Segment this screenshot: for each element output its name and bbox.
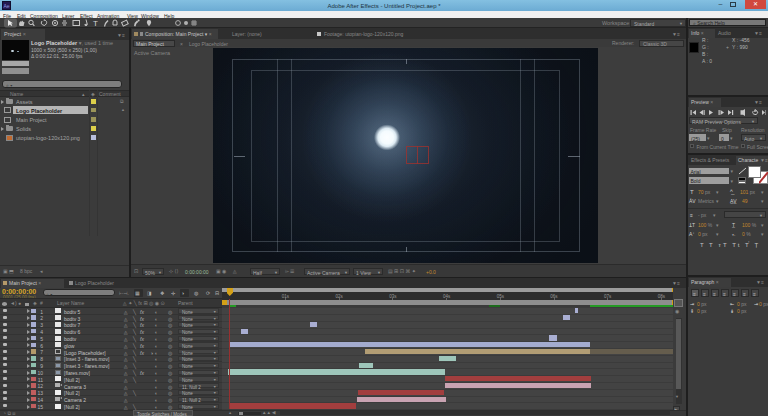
svg-text:T: T [93,19,98,28]
